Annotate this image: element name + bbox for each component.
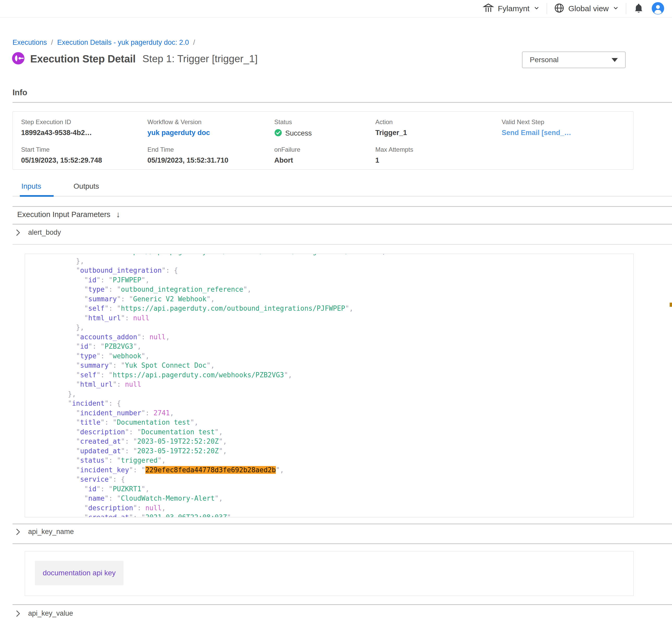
org-switcher[interactable]: Fylamynt [483,2,540,15]
field-value: Trigger_1 [375,129,502,137]
workflow-brand-icon [11,51,25,66]
info-card: Step Execution ID 18992a43-9538-4b2… Wor… [12,111,634,170]
page-title: Execution Step Detail [30,53,136,65]
api-key-chip[interactable]: documentation api key [35,561,123,585]
breadcrumb-execution-details[interactable]: Execution Details - yuk pagerduty doc: 2… [57,38,189,46]
param-name: alert_body [28,228,61,236]
person-icon [651,2,665,16]
chevron-down-icon [612,5,619,12]
tab-bar: Inputs Outputs [12,182,108,191]
field-value: 1 [375,157,502,165]
tab-outputs[interactable]: Outputs [65,182,108,191]
field-start-time: Start Time 05/19/2023, 15:52:29.748 [21,146,148,166]
json-code: "self": "https://api.pagerduty.com/servi… [25,254,634,517]
page: Fylamynt Global view [0,0,672,618]
scrollbar-find-marker[interactable] [670,303,672,307]
dropdown-arrow-icon [611,58,618,62]
field-value: 05/19/2023, 15:52:29.748 [21,157,148,165]
param-row-alert-body[interactable]: alert_body [15,228,61,236]
field-label: onFailure [274,146,375,153]
notifications-button[interactable] [633,3,645,15]
field-label: Start Time [21,146,148,153]
field-valid-next-step: Valid Next Step Send Email [send_… [502,118,633,139]
divider [12,543,672,544]
json-payload-viewer[interactable]: "self": "https://api.pagerduty.com/servi… [25,254,634,517]
page-title-row: Execution Step Detail Step 1: Trigger [t… [11,51,258,66]
chevron-down-icon [533,5,540,12]
chevron-right-icon [15,229,21,236]
field-value: 05/19/2023, 15:52:31.710 [148,157,274,165]
breadcrumb-executions[interactable]: Executions [12,38,47,46]
workflow-link[interactable]: yuk pagerduty doc [148,129,274,137]
institution-icon [483,2,494,15]
field-label: Status [274,118,375,126]
org-name: Fylamynt [498,4,529,13]
divider [626,3,626,14]
execution-input-parameters-header: Execution Input Parameters ↓ [17,210,120,219]
field-max-attempts: Max Attempts 1 [375,146,502,166]
field-action: Action Trigger_1 [375,118,502,139]
bell-icon [633,3,645,15]
divider [12,604,672,605]
divider [12,102,672,103]
success-check-icon [274,129,282,138]
view-name: Global view [568,4,609,13]
divider [12,206,672,207]
scope-select-value: Personal [530,56,559,64]
section-title: Execution Input Parameters [17,210,110,219]
user-avatar[interactable] [651,2,665,16]
scope-select[interactable]: Personal [522,51,625,68]
chevron-right-icon [15,528,21,536]
download-arrow-icon[interactable]: ↓ [116,210,120,219]
field-step-execution-id: Step Execution ID 18992a43-9538-4b2… [21,118,148,139]
field-value: Abort [274,157,375,165]
globe-icon [554,3,565,15]
param-name: api_key_value [28,609,73,617]
tab-inputs[interactable]: Inputs [12,182,50,191]
status-badge: Success [285,129,312,137]
divider [12,224,672,225]
info-heading: Info [12,88,27,97]
param-row-api-key-value[interactable]: api_key_value [15,609,73,617]
page-subtitle: Step 1: Trigger [trigger_1] [143,53,258,65]
api-key-name-value-card: documentation api key [25,551,634,596]
next-step-link[interactable]: Send Email [send_… [502,129,633,137]
field-label: Max Attempts [375,146,502,153]
field-label: Workflow & Version [148,118,274,126]
field-label: Step Execution ID [21,118,148,126]
api-key-chip-label: documentation api key [43,569,116,577]
view-switcher[interactable]: Global view [554,3,619,15]
breadcrumb-separator: / [193,38,195,46]
breadcrumb: Executions / Execution Details - yuk pag… [12,38,195,46]
field-label: End Time [148,146,274,153]
divider [12,196,672,196]
field-status: Status Success [274,118,375,139]
field-label: Valid Next Step [502,118,633,126]
breadcrumb-separator: / [51,38,53,46]
topbar: Fylamynt Global view [0,0,672,17]
param-row-api-key-name[interactable]: api_key_name [15,528,74,536]
param-name: api_key_name [28,528,74,536]
chevron-right-icon [15,610,21,617]
divider [12,244,672,244]
field-label: Action [375,118,502,126]
field-value: 18992a43-9538-4b2… [21,129,148,137]
field-end-time: End Time 05/19/2023, 15:52:31.710 [148,146,274,166]
active-tab-indicator [20,195,54,197]
field-workflow-version: Workflow & Version yuk pagerduty doc [148,118,274,139]
field-onfailure: onFailure Abort [274,146,375,166]
divider [12,524,672,524]
